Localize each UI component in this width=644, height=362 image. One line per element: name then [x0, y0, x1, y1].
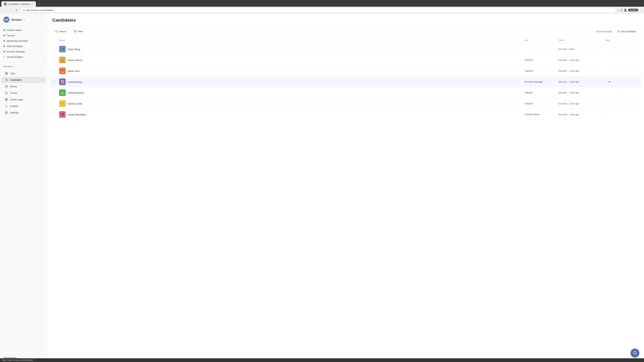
job-label: Web Developer [7, 45, 23, 48]
job-cell: Teacher [524, 69, 558, 72]
sidebar-item-teacher[interactable]: Teacher [0, 33, 47, 38]
globe-icon [5, 98, 8, 101]
job-status-dot [3, 45, 5, 47]
candidate-avatar: 🧶 [59, 111, 66, 118]
tab-favicon: H [4, 3, 7, 5]
sidebar-item-career-page[interactable]: Career page [1, 96, 46, 103]
sidebar-item-content-writer[interactable]: Content Writer [0, 27, 47, 33]
row-checkbox[interactable] [52, 91, 55, 94]
back-button[interactable]: ← [2, 8, 7, 12]
sidebar-item-insights[interactable]: Insights [1, 103, 46, 109]
sidebar-item-marketing-associate[interactable]: Marketing Associate [0, 38, 47, 43]
tab-close-button[interactable]: ✕ [31, 3, 33, 5]
svg-marker-17 [74, 30, 76, 32]
job-status-dot-dashed [3, 56, 5, 58]
menu-icon[interactable]: ⋮ [639, 8, 642, 12]
people-icon [5, 78, 8, 82]
job-cell: - [524, 48, 558, 50]
sidebar-item-candidates[interactable]: Candidates [1, 77, 46, 83]
candidate-avatar: 🐥 [59, 100, 66, 107]
row-checkbox[interactable] [52, 69, 55, 72]
sidebar-item-settings[interactable]: Settings [1, 109, 46, 116]
table-row[interactable]: 🐱 Loonie Dong Account Manager Sourced · … [50, 76, 641, 87]
tags-cell: - [605, 91, 639, 94]
header-tags-label: Tags [605, 39, 610, 41]
address-lock-icon: 🔒 [23, 9, 25, 11]
row-checkbox[interactable] [52, 80, 55, 83]
search-fab[interactable] [630, 349, 639, 357]
company-section: Moodjoy ▾ [0, 63, 47, 70]
row-checkbox[interactable] [52, 113, 55, 116]
address-text: app.homerun.co/candidates/ [26, 9, 54, 11]
main-content: Candidates Search Filter 16 of 16 result… [47, 13, 644, 362]
company-nav-label[interactable]: Moodjoy ▾ [3, 64, 44, 69]
job-cell: Content Writer [524, 113, 558, 116]
header-tags-col: Tags [605, 39, 639, 41]
sidebar-item-jobs[interactable]: Jobs [1, 70, 46, 77]
sidebar-item-visual-designer[interactable]: Visual Designer [0, 54, 47, 60]
reload-button[interactable]: ↻ [14, 8, 19, 12]
sidebar-item-todos[interactable]: To-dos [1, 90, 46, 96]
job-status-dot [3, 29, 5, 31]
profile-icon[interactable]: 👤 [624, 8, 627, 12]
row-checkbox[interactable] [52, 59, 55, 61]
avatar: MM [3, 16, 10, 23]
table-row[interactable]: 🐸 Cheska Moore Teacher Sourced · 1 day a… [50, 87, 641, 98]
origin-cell: Sourced · today [558, 48, 605, 50]
filter-button[interactable]: Filter [71, 29, 86, 34]
sort-icon [565, 39, 567, 41]
job-status-dot [3, 51, 5, 52]
table-row[interactable]: 🐛 Karen Moore Teacher Sourced · 1 day ag… [50, 55, 641, 65]
row-checkbox[interactable] [52, 102, 55, 105]
toolbar: Search Filter 16 of 16 results Add candi… [47, 26, 644, 37]
company-dropdown-icon[interactable]: ▾ [24, 18, 25, 21]
header-name-col: Name [59, 39, 524, 41]
reader-mode-icon[interactable]: ⊡ [620, 8, 623, 12]
row-checkbox[interactable] [52, 48, 55, 50]
address-bar[interactable]: 🔒 app.homerun.co/candidates/ [20, 8, 616, 12]
job-cell: Teacher [524, 102, 558, 105]
table-row[interactable]: 🧶 Jessie Mendiola Content Writer Sourced… [50, 109, 641, 120]
sidebar-item-web-developer[interactable]: Web Developer [0, 43, 47, 49]
filter-icon [74, 30, 77, 33]
nav-item-label: Settings [10, 111, 18, 114]
sidebar-item-account-manager[interactable]: Account Manager [0, 49, 47, 54]
add-tag-button[interactable]: Add [605, 80, 613, 84]
tags-cell: - [605, 59, 639, 61]
search-button[interactable]: Search [52, 29, 69, 34]
active-tab[interactable]: H Candidates · Homerun ✕ [1, 1, 36, 7]
candidate-name: Ryan Bang [68, 48, 80, 51]
tab-title: Candidates · Homerun [8, 3, 30, 5]
page-title: Candidates [52, 17, 639, 23]
candidate-avatar: 🐱 [59, 78, 66, 85]
gear-icon [5, 111, 8, 114]
table-row[interactable]: 🦊 Marie Tess Teacher Sourced · 1 day ago… [50, 65, 641, 76]
status-bar: https://app.homerun.co/candidates/ [0, 358, 644, 362]
filter-label: Filter [78, 30, 83, 33]
check-icon [5, 91, 8, 95]
origin-cell: Sourced · 1 day ago [558, 69, 605, 72]
sidebar-item-events[interactable]: Events [1, 83, 46, 90]
main-header: Candidates [47, 13, 644, 26]
table-header: Name Job Origin Tags [50, 37, 641, 44]
header-checkbox-col [52, 39, 59, 41]
table-row[interactable]: 🐲 Ryan Bang - Sourced · today - [50, 44, 641, 55]
forward-button[interactable]: → [8, 8, 13, 12]
incognito-badge: Incognito [628, 9, 638, 11]
candidate-name: Sammy Dale [68, 102, 82, 105]
tab-bar: H Candidates · Homerun ✕ + [0, 0, 644, 7]
new-tab-button[interactable]: + [36, 2, 41, 6]
origin-cell: Sourced · 1 day ago [558, 80, 605, 83]
add-candidate-button[interactable]: Add candidate [614, 29, 639, 34]
jobs-section: Content Writer Teacher Marketing Associa… [0, 26, 47, 61]
tags-cell: Add [605, 80, 639, 84]
grid-icon [5, 72, 8, 75]
origin-cell: Sourced · 1 day ago [558, 91, 605, 94]
job-label: Marketing Associate [7, 39, 28, 42]
company-nav-arrow: ▾ [12, 65, 14, 68]
nav-item-label: Insights [10, 105, 18, 107]
candidate-avatar: 🐲 [59, 46, 66, 52]
header-name-label: Name [59, 39, 65, 41]
star-icon[interactable]: ☆ [617, 8, 620, 12]
table-row[interactable]: 🐥 Sammy Dale Teacher Sourced · 1 day ago… [50, 98, 641, 109]
